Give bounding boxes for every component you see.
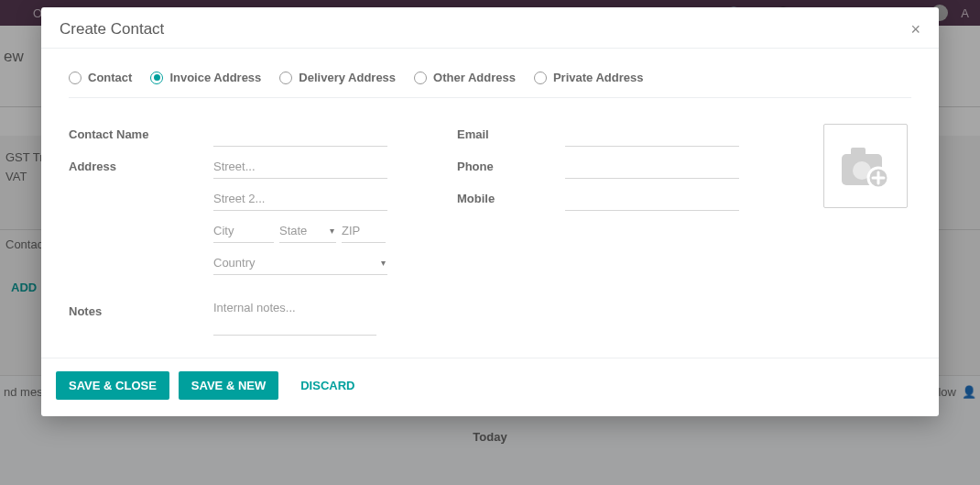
city-input[interactable] [213,220,274,243]
contact-type-radio-group: Contact Invoice Address Delivery Address… [69,63,911,98]
radio-contact[interactable]: Contact [69,71,132,84]
contact-name-input[interactable] [213,124,387,147]
close-icon[interactable]: × [910,21,920,38]
radio-delivery-address[interactable]: Delivery Address [279,71,396,84]
state-select[interactable] [279,220,336,243]
modal-footer: SAVE & CLOSE SAVE & NEW DISCARD [41,358,939,416]
mobile-input[interactable] [565,188,739,211]
camera-plus-icon [838,143,893,189]
street2-input[interactable] [213,188,387,211]
save-close-button[interactable]: SAVE & CLOSE [56,371,169,400]
email-input[interactable] [565,124,739,147]
label-notes: Notes [69,301,206,318]
notes-textarea[interactable] [213,301,376,336]
label-email: Email [457,124,558,141]
radio-other-address[interactable]: Other Address [414,71,516,84]
svg-rect-1 [851,148,866,157]
zip-input[interactable] [342,220,386,243]
label-mobile: Mobile [457,188,558,205]
phone-input[interactable] [565,156,739,179]
radio-private-address[interactable]: Private Address [534,71,644,84]
country-select[interactable] [213,252,387,275]
create-contact-modal: Create Contact × Contact Invoice Address… [41,7,939,416]
radio-invoice-address[interactable]: Invoice Address [150,71,261,84]
street-input[interactable] [213,156,387,179]
image-upload[interactable] [823,124,908,208]
label-address: Address [69,156,206,173]
save-new-button[interactable]: SAVE & NEW [179,371,278,400]
discard-button[interactable]: DISCARD [288,371,367,400]
modal-header: Create Contact × [41,7,939,49]
label-phone: Phone [457,156,558,173]
modal-title: Create Contact [60,20,164,39]
label-contact-name: Contact Name [69,124,206,141]
